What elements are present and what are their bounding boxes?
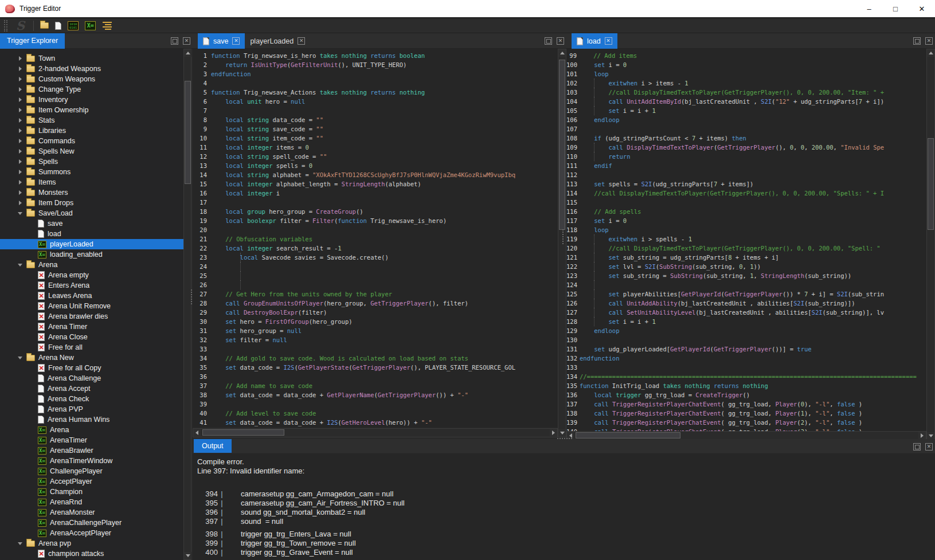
tree-item[interactable]: X=loading_enabled [0,249,183,260]
float-icon[interactable] [913,37,921,45]
trigger-tree[interactable]: Town2-handed WeaponsCustom WeaponsChange… [0,49,183,560]
tree-item[interactable]: Summons [0,167,183,177]
tree-item[interactable]: X=ArenaChallengePlayer [0,518,183,528]
maximize-button[interactable]: □ [882,0,909,17]
tree-item[interactable]: Item Ownership [0,105,183,115]
tree-item[interactable]: X=ArenaMonster [0,507,183,518]
expand-arrow-icon[interactable] [16,190,24,195]
scrollbar-thumb[interactable] [202,429,284,436]
splitter-handle[interactable] [562,229,564,244]
expand-arrow-icon[interactable] [16,56,24,61]
tree-item[interactable]: Stats [0,115,183,126]
tree-item[interactable]: Arena [0,260,183,270]
save-code-editor[interactable]: 1function Trig_newsave_is_hero takes not… [193,49,558,428]
tree-item[interactable]: 2-handed Weapons [0,64,183,74]
tab-close-icon[interactable]: ✕ [298,37,305,45]
tree-item[interactable]: X=ArenaTimer [0,435,183,445]
tree-item[interactable]: Custom Weapons [0,74,183,84]
tree-item[interactable]: ✕Free for all [0,342,183,353]
collapse-arrow-icon[interactable] [16,357,24,359]
scrollbar-thumb[interactable] [576,432,680,438]
tree-scrollbar[interactable] [183,49,191,560]
scroll-up-button[interactable] [184,49,191,57]
tab-save[interactable]: save✕ [198,33,245,49]
save-editor-horizontal-scrollbar[interactable] [193,428,558,437]
tree-item[interactable]: ✕champion attacks [0,549,183,559]
tree-item[interactable]: Commands [0,136,183,146]
scroll-up-button[interactable] [927,49,934,57]
scroll-right-button[interactable] [918,432,926,439]
tree-item[interactable]: X=playerLoaded [0,239,183,249]
tree-item[interactable]: Arena New [0,353,183,363]
script-x-icon[interactable]: X= [85,21,96,30]
script-scroll-icon[interactable]: S [16,20,25,32]
tree-item[interactable]: Save/Load [0,208,183,218]
expand-arrow-icon[interactable] [16,149,24,154]
toolbar-grip[interactable] [4,20,7,32]
tree-item[interactable]: ✕Leaves Arena [0,291,183,301]
close-icon[interactable]: ✕ [925,37,933,45]
tree-item[interactable]: ✕Arena Timer [0,322,183,332]
tab-load[interactable]: load✕ [572,33,617,49]
float-icon[interactable] [545,37,552,45]
explorer-title[interactable]: Trigger Explorer [0,33,65,49]
tree-item[interactable]: Item Drops [0,198,183,208]
tree-item[interactable]: Arena pvp [0,538,183,549]
float-icon[interactable] [913,443,921,451]
scroll-right-button[interactable] [550,429,557,436]
tree-item[interactable]: Libraries [0,126,183,136]
expand-arrow-icon[interactable] [16,170,24,174]
tree-item[interactable]: X=ArenaRnd [0,497,183,507]
tree-item[interactable]: X=Arena [0,425,183,435]
scroll-left-button[interactable] [193,429,201,436]
expand-arrow-icon[interactable] [16,108,24,112]
expand-arrow-icon[interactable] [16,201,24,205]
expand-arrow-icon[interactable] [16,128,24,133]
float-icon[interactable] [171,37,178,45]
expand-arrow-icon[interactable] [16,66,24,71]
tree-item[interactable]: Arena Check [0,394,183,404]
splitter-handle[interactable] [191,289,192,304]
load-code-editor[interactable]: 99 // Add items100 set i = 0101 loop102 … [566,49,926,431]
collapse-arrow-icon[interactable] [16,264,24,267]
tree-item[interactable]: Items [0,177,183,187]
tree-item[interactable]: ✕Arena empty [0,270,183,280]
tree-item[interactable]: Arena Human Wins [0,414,183,425]
tree-item[interactable]: Change Type [0,84,183,95]
tree-item[interactable]: Arena Accept [0,383,183,394]
tree-item[interactable]: Town [0,53,183,64]
tree-item[interactable]: Monsters [0,187,183,198]
tree-item[interactable]: X=ArenaAcceptPlayer [0,528,183,538]
close-icon[interactable]: ✕ [557,37,564,45]
tree-item[interactable]: Inventory [0,95,183,105]
tree-item[interactable]: Spells [0,156,183,167]
tree-item[interactable]: load [0,229,183,239]
tree-item[interactable]: Arena PVP [0,404,183,414]
collapse-arrow-icon[interactable] [16,212,24,215]
scrollbar-thumb[interactable] [185,81,191,184]
tree-item[interactable]: X=ArenaBrawler [0,445,183,456]
folder-icon[interactable] [40,22,49,29]
tree-item[interactable]: save [0,218,183,229]
tree-item[interactable]: ✕Arena Close [0,332,183,342]
close-icon[interactable]: ✕ [183,37,190,45]
minimize-button[interactable]: – [856,0,882,17]
tab-close-icon[interactable]: ✕ [232,37,240,45]
expand-arrow-icon[interactable] [16,180,24,185]
scroll-up-button[interactable] [558,49,566,57]
tree-item[interactable]: Spells New [0,146,183,156]
tab-close-icon[interactable]: ✕ [605,37,612,45]
scroll-down-button[interactable] [184,552,191,559]
new-document-icon[interactable] [55,22,61,30]
tree-item[interactable]: X=Champion [0,487,183,497]
expand-arrow-icon[interactable] [16,118,24,123]
expand-arrow-icon[interactable] [16,159,24,164]
collapse-arrow-icon[interactable] [16,542,24,545]
tab-output[interactable]: Output [194,439,232,453]
tree-item[interactable]: X=ChallengePlayer [0,466,183,476]
tree-item[interactable]: ✕Enters Arena [0,280,183,291]
tree-item[interactable]: ✕Free for all Copy [0,363,183,373]
tree-item[interactable]: ✕Arena Unit Remove [0,301,183,311]
expand-arrow-icon[interactable] [16,97,24,102]
scrollbar-thumb[interactable] [928,138,934,230]
